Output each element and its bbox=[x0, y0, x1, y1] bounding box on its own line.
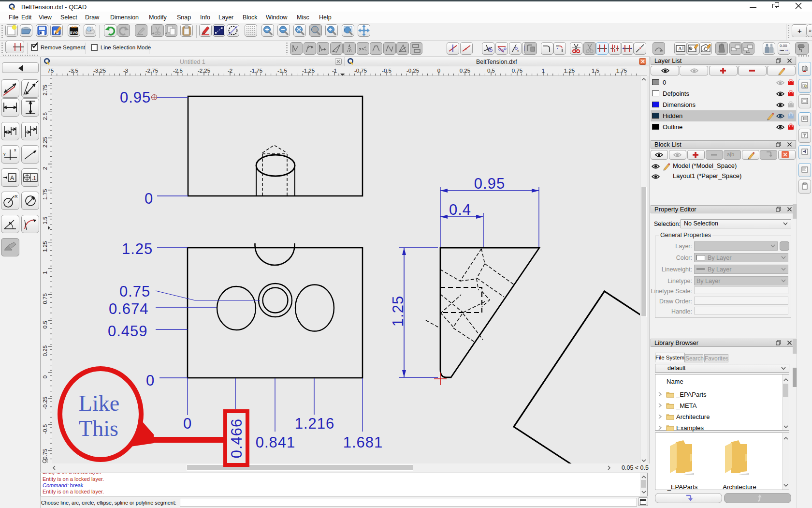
svg-text:Like: Like bbox=[79, 391, 119, 416]
svg-text:This: This bbox=[79, 416, 118, 441]
